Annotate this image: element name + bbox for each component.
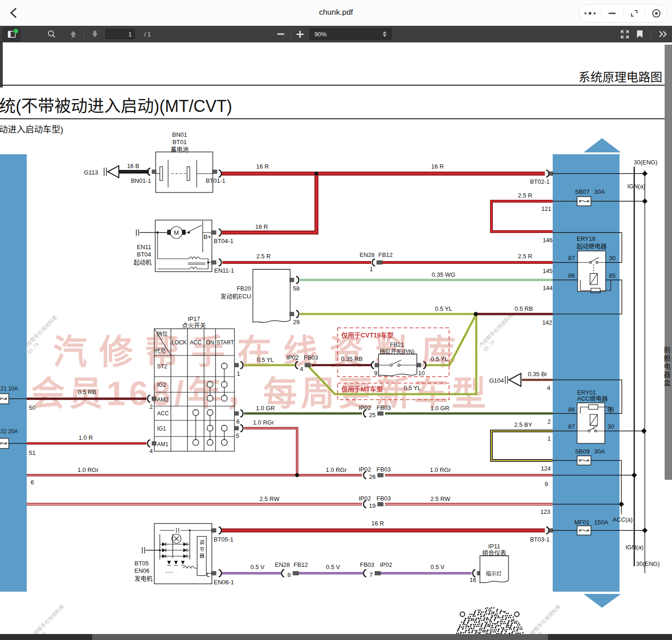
diagram-label: 16 R <box>431 163 444 170</box>
diagram-label: 30(ENG) <box>634 159 657 166</box>
diagram-label: 2 <box>547 418 550 425</box>
diagram-label: 2 <box>149 403 152 410</box>
diagram-label: FB12 <box>293 561 308 568</box>
diagram-label: 蓄电池 <box>170 146 188 153</box>
diagram-label: 30 <box>609 255 615 262</box>
zoom-in-icon[interactable] <box>297 31 304 38</box>
diagram-label: EN28 <box>360 251 375 258</box>
app-titlebar: chunk.pdf <box>0 0 672 26</box>
diagram-label: BT03-1 <box>530 536 550 543</box>
diagram-label: 2.5 RW <box>259 495 280 502</box>
diagram-label: 51 <box>29 449 35 456</box>
next-page-icon[interactable] <box>91 30 99 38</box>
diagram-label: 16 R <box>371 520 384 527</box>
diagram-label: 146 <box>543 237 553 244</box>
zoom-level-value: 90% <box>315 31 327 38</box>
diagram-label: 10 <box>418 370 425 377</box>
diagram-label: 0.5 YL <box>403 384 421 391</box>
previous-page-icon[interactable] <box>69 30 77 38</box>
diagram-label: 2.5 R <box>518 253 532 260</box>
diagram-label: 22 20A <box>0 428 18 435</box>
diagram-label: L <box>207 571 210 578</box>
diagram-label: 0.35 Br <box>528 371 548 378</box>
diagram-label: 87 <box>568 423 575 430</box>
page-number-input[interactable] <box>105 29 135 39</box>
zoom-select[interactable]: 90% <box>310 29 392 40</box>
diagram-label: 50 <box>29 404 35 411</box>
more-tools-icon[interactable] <box>658 30 667 38</box>
arrow-up-icon <box>584 138 621 152</box>
zoom-out-icon[interactable] <box>277 33 284 35</box>
page-edge <box>0 42 3 87</box>
diagram-label: 发动机ECU <box>221 293 251 300</box>
diagram-label: 26 <box>369 473 375 480</box>
battery-component: BN01 BT01 蓄电池 BN01-1 BT01-1 <box>131 131 225 192</box>
fullscreen-icon[interactable] <box>620 30 629 39</box>
diagram-label: 30 <box>608 423 614 430</box>
diagram-label: MF01 <box>574 519 590 526</box>
diagram-label: 汽修帮手在线资料库 <box>478 312 514 348</box>
diagram-label: ACC(a) <box>613 516 632 523</box>
diagram-label: 58 <box>293 285 299 292</box>
minimize-icon[interactable] <box>602 8 623 19</box>
page-title: 系统原理电路图 <box>579 70 662 84</box>
diagram-label: 0.5 V <box>251 564 265 570</box>
diagram-label: BN01-1 <box>131 177 151 184</box>
diagram-label: 9 <box>544 481 548 488</box>
diagram-label: 代号 <box>155 348 166 355</box>
diagram-label: ACC <box>190 339 202 346</box>
diagram-label: 挡位开关(P/N) <box>380 348 415 355</box>
diagram-label: IGN(a) <box>627 183 645 190</box>
diagram-label: 16 R <box>256 163 269 170</box>
diagram-label: 21 10A <box>0 385 18 392</box>
sidebar-toggle-button[interactable] <box>3 27 20 41</box>
diagram-label: 4 <box>300 366 303 372</box>
diagram-label: FB03 <box>376 466 391 473</box>
diagram-label: IG1 <box>157 425 166 432</box>
diagram-label: 1.0 GR <box>256 405 275 412</box>
diagram-label: BN01 <box>172 131 187 138</box>
search-icon[interactable] <box>47 29 56 39</box>
wire-2.5BY <box>491 431 553 460</box>
diagram-label: BT05 <box>134 560 149 567</box>
right-box-vertical-label: 前舱电器盒 <box>662 346 672 388</box>
app-capsule <box>579 4 667 23</box>
diagram-label: BT05-1 <box>214 536 234 543</box>
diagram-label: 0.5 V <box>326 564 340 570</box>
diagram-label: 25 <box>369 412 375 419</box>
diagram-label: 30A <box>594 448 605 455</box>
diagram-label: 发电机 <box>134 575 152 582</box>
arrow-down-icon <box>584 594 621 608</box>
diagram-label: 123 <box>540 508 550 515</box>
diagram-label: G104 <box>489 377 504 384</box>
diagram-label: IP02 <box>380 561 392 568</box>
diagram-label: 87 <box>568 255 575 262</box>
more-options-icon[interactable] <box>579 8 601 19</box>
diagram-label: IP02 <box>286 354 299 361</box>
horizontal-scrollbar-thumb[interactable] <box>92 634 548 640</box>
diagram-label: 起动继电器 <box>577 243 607 250</box>
diagram-label: 145 <box>543 268 553 274</box>
diagram-label: EN06 <box>134 567 150 574</box>
connector-IP02-FB03-26: 1.0 RGr IP02 FB03 26 1.0 RGr <box>326 466 451 480</box>
diagram-label: B+ <box>204 233 211 240</box>
diagram-label: LOCK <box>172 339 187 346</box>
horizontal-scrollbar <box>0 634 672 640</box>
diagram-label: 1 <box>369 266 373 273</box>
diagram-label: 30A <box>594 188 605 195</box>
bookmark-icon[interactable] <box>637 30 643 38</box>
record-icon[interactable] <box>645 8 667 19</box>
regulator-vertical-label: 调节器 <box>199 540 205 560</box>
diagram-label: ACC继电器 <box>577 395 608 402</box>
vertical-scrollbar-thumb[interactable] <box>665 45 672 480</box>
diagram-label: IG2 <box>157 382 166 388</box>
diagram-label: 1.0 R <box>78 434 93 441</box>
float-window-icon[interactable] <box>624 8 645 19</box>
diagram-label: 2.5 R <box>518 192 532 199</box>
diagram-label: START <box>216 339 234 346</box>
diagram-label: EN11-1 <box>214 267 234 274</box>
diagram-label: 仅用于MT车型 <box>341 385 383 393</box>
diagram-label: 2.5 BY <box>514 421 532 428</box>
diagram-label: 142 <box>542 319 552 326</box>
diagram-label: 起动机 <box>134 259 152 266</box>
